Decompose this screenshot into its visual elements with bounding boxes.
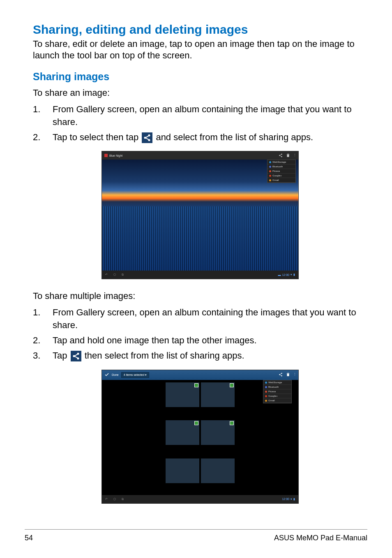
album-icon <box>104 154 108 157</box>
screenshot-1-container: Blue Night ⋮ WebStorage Bluetooth Picasa… <box>33 151 367 279</box>
screenshot-2-container: Done 4 items selected ▾ ⋮ WebStorage Blu… <box>33 370 367 504</box>
share-icon[interactable] <box>279 373 283 377</box>
ss2-topbar: Done 4 items selected ▾ ⋮ <box>102 370 298 380</box>
app-icon <box>265 386 267 388</box>
step-1: From Gallery screen, open an album conta… <box>33 103 367 129</box>
share-icon <box>71 351 81 361</box>
manual-title: ASUS MeMO Pad E-Manual <box>274 534 367 542</box>
back-icon[interactable]: ↶ <box>105 273 108 276</box>
battery-icon: ▮ <box>293 498 295 501</box>
thumbnail[interactable] <box>166 458 199 483</box>
page-number: 54 <box>25 534 33 542</box>
app-label[interactable]: WebStorage <box>268 381 282 384</box>
share-menu[interactable]: WebStorage Bluetooth Picasa Google+ Gmai… <box>267 160 296 183</box>
app-icon <box>269 166 271 168</box>
app-icon <box>265 391 267 393</box>
app-label[interactable]: Gmail <box>268 399 275 402</box>
selection-count-dropdown[interactable]: 4 items selected ▾ <box>121 372 150 378</box>
step-3-text-b: then select from the list of sharing app… <box>85 350 244 361</box>
thumbnail[interactable] <box>166 382 199 407</box>
selected-check-icon <box>230 383 234 387</box>
app-icon <box>269 175 271 177</box>
trash-icon[interactable] <box>286 153 290 158</box>
step-2: Tap and hold one image then tap the othe… <box>33 334 367 347</box>
svg-line-7 <box>280 155 281 156</box>
step-3: Tap then select from the list of sharing… <box>33 350 367 362</box>
overflow-icon[interactable]: ⋮ <box>293 373 296 377</box>
ss1-topbar: Blue Night ⋮ <box>102 151 298 160</box>
app-label[interactable]: WebStorage <box>272 161 286 163</box>
app-icon <box>269 170 271 172</box>
thumbnail[interactable] <box>201 458 235 483</box>
ss2-navbar: ↶ ⬡ ⧉ 12:00 ▾ ▮ <box>102 495 298 503</box>
back-icon[interactable]: ↶ <box>105 498 108 501</box>
thumbnail[interactable] <box>166 420 199 445</box>
recents-icon[interactable]: ⧉ <box>122 498 124 501</box>
screenshot-share-single: Blue Night ⋮ WebStorage Bluetooth Picasa… <box>101 151 299 279</box>
heading-sharing-editing-deleting: Sharing, editing and deleting images <box>33 23 367 37</box>
app-icon <box>265 395 267 397</box>
trash-icon[interactable] <box>286 373 290 377</box>
overflow-icon[interactable]: ⋮ <box>293 153 296 158</box>
battery-icon: ▮ <box>293 273 295 276</box>
step-2: Tap to select then tap and select from t… <box>33 131 367 144</box>
app-icon <box>265 382 267 384</box>
app-label[interactable]: Bluetooth <box>272 165 283 168</box>
share-icon[interactable] <box>279 153 283 158</box>
page-footer: 54 ASUS MeMO Pad E-Manual <box>25 529 367 542</box>
app-label[interactable]: Picasa <box>268 390 276 393</box>
app-icon <box>269 179 271 181</box>
steps-share-single: From Gallery screen, open an album conta… <box>33 103 367 144</box>
share-menu[interactable]: WebStorage Bluetooth Picasa Google+ Gmai… <box>263 380 292 403</box>
recents-icon[interactable]: ⧉ <box>122 273 124 276</box>
thumbnail[interactable] <box>201 382 235 407</box>
svg-line-6 <box>280 154 281 155</box>
home-icon[interactable]: ⬡ <box>113 498 116 501</box>
selected-check-icon <box>194 383 198 387</box>
album-name: Blue Night <box>109 154 122 157</box>
chevron-down-icon: ▾ <box>145 373 147 376</box>
thumbnail[interactable] <box>201 420 235 445</box>
step-1: From Gallery screen, open an album conta… <box>33 306 367 332</box>
app-label[interactable]: Google+ <box>272 174 282 177</box>
ss1-navbar: ↶ ⬡ ⧉ ▬ 12:00 ▾ ▮ <box>102 271 298 279</box>
screenshot-share-multiple: Done 4 items selected ▾ ⋮ WebStorage Blu… <box>101 370 299 504</box>
steps-share-multiple: From Gallery screen, open an album conta… <box>33 306 367 362</box>
app-label[interactable]: Google+ <box>268 395 278 397</box>
wifi-icon: ▾ <box>291 498 292 501</box>
lead-share-single: To share an image: <box>33 88 367 98</box>
wifi-icon: ▾ <box>291 273 292 276</box>
step-2-text-b: and select from the list of sharing apps… <box>156 132 313 142</box>
app-label[interactable]: Gmail <box>272 179 279 181</box>
notification-icon: ▬ <box>278 273 281 276</box>
clock-time: 12:00 <box>282 498 289 500</box>
step-2-text-a: Tap to select then tap <box>53 132 141 142</box>
share-icon <box>142 132 152 143</box>
svg-line-14 <box>280 374 281 375</box>
selected-check-icon <box>230 421 234 425</box>
svg-line-15 <box>280 375 281 375</box>
app-icon <box>269 161 271 163</box>
selected-check-icon <box>194 421 198 425</box>
step-3-text-a: Tap <box>53 350 70 361</box>
home-icon[interactable]: ⬡ <box>113 273 116 276</box>
clock-time: 12:00 <box>282 273 289 276</box>
app-label[interactable]: Picasa <box>272 170 280 172</box>
lead-share-multiple: To share multiple images: <box>33 291 367 301</box>
app-label[interactable]: Bluetooth <box>268 386 279 388</box>
done-label[interactable]: Done <box>112 373 119 376</box>
heading-sharing-images: Sharing images <box>33 71 367 83</box>
app-icon <box>265 400 267 402</box>
intro-paragraph: To share, edit or delete an image, tap t… <box>33 38 367 61</box>
check-icon[interactable] <box>104 372 109 377</box>
